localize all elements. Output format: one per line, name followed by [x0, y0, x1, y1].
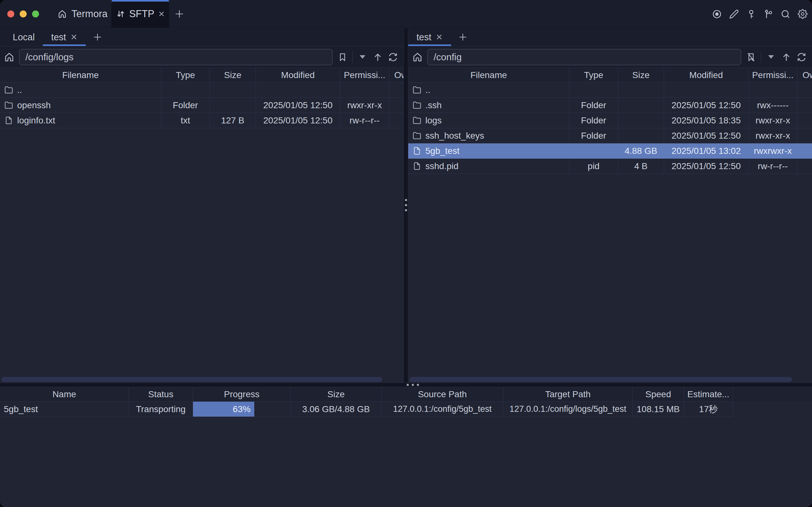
column-header-modified[interactable]: Modified	[256, 68, 340, 82]
right-add-tab-button[interactable]	[451, 28, 475, 46]
right-tab-test-label: test	[417, 32, 431, 43]
transfer-row[interactable]: 5gb_test Transporting 63% 3.06 GB/4.88 G…	[0, 402, 812, 417]
filename-label: ssh_host_keys	[425, 131, 484, 141]
column-header-type[interactable]: Type	[161, 68, 210, 82]
column-header-filename[interactable]: Filename	[0, 68, 161, 82]
pane-splitter[interactable]	[403, 28, 408, 383]
settings-icon[interactable]	[798, 9, 808, 19]
left-toolbar-icons	[337, 51, 400, 63]
folder-icon	[4, 101, 13, 109]
column-header-owner[interactable]: Ow	[389, 68, 403, 82]
parent-directory-icon[interactable]	[781, 52, 792, 62]
transfer-panel-splitter[interactable]	[0, 383, 812, 387]
right-horizontal-scrollbar[interactable]	[410, 377, 792, 382]
column-header-status[interactable]: Status	[129, 387, 193, 402]
left-add-tab-button[interactable]	[86, 28, 109, 46]
column-header-estimate[interactable]: Estimate...	[684, 387, 733, 402]
tab-termora[interactable]: Termora	[57, 8, 108, 20]
table-row[interactable]: .ssh Folder 2025/01/05 12:50 rwx------	[408, 98, 812, 113]
right-tab-close-icon[interactable]: ✕	[436, 33, 443, 42]
tab-sftp-close-icon[interactable]: ✕	[158, 9, 165, 19]
refresh-icon[interactable]	[796, 52, 807, 62]
title-bar: Termora SFTP ✕	[0, 0, 812, 28]
home-directory-icon[interactable]	[4, 52, 15, 62]
tab-sftp[interactable]: SFTP ✕	[111, 0, 169, 28]
search-icon[interactable]	[780, 9, 791, 19]
bookmark-slash-icon[interactable]	[746, 52, 756, 62]
bookmark-dropdown-icon[interactable]	[766, 52, 776, 62]
left-horizontal-scrollbar[interactable]	[1, 377, 382, 382]
transfer-size: 3.06 GB/4.88 GB	[291, 402, 382, 417]
key-icon[interactable]	[746, 9, 756, 19]
column-header-filler	[733, 387, 812, 402]
column-header-size[interactable]: Size	[210, 68, 256, 82]
new-main-tab-button[interactable]	[173, 8, 186, 20]
parent-directory-icon[interactable]	[372, 52, 383, 62]
right-toolbar-icons	[746, 51, 808, 63]
splitter-grip-icon	[405, 199, 407, 211]
filename-label: loginfo.txt	[17, 115, 55, 126]
table-row[interactable]: sshd.pid pid 4 B 2025/01/05 12:50 rw-r--…	[408, 159, 812, 174]
keychain-icon[interactable]	[763, 9, 773, 19]
table-row-selected[interactable]: 5gb_test 4.88 GB 2025/01/05 13:02 rwxrwx…	[408, 144, 812, 159]
edit-icon[interactable]	[729, 9, 739, 19]
transfer-arrows-icon	[116, 9, 125, 19]
column-header-permissions[interactable]: Permissi...	[749, 68, 797, 82]
home-directory-icon[interactable]	[412, 52, 423, 62]
zoom-window-button[interactable]	[32, 10, 39, 17]
bookmark-dropdown-icon[interactable]	[357, 52, 368, 62]
tab-termora-label: Termora	[71, 8, 108, 20]
left-tab-local[interactable]: Local	[4, 28, 43, 46]
column-header-source-path[interactable]: Source Path	[382, 387, 503, 402]
column-header-type[interactable]: Type	[570, 68, 618, 82]
column-header-speed[interactable]: Speed	[633, 387, 684, 402]
app-window: Termora SFTP ✕	[0, 0, 812, 507]
refresh-icon[interactable]	[388, 52, 398, 62]
transfer-estimate: 17秒	[684, 402, 733, 417]
left-path-input[interactable]: /config/logs	[19, 49, 333, 65]
filename-label: sshd.pid	[425, 161, 458, 171]
table-row[interactable]: ssh_host_keys Folder 2025/01/05 12:50 rw…	[408, 128, 812, 144]
transfer-table-empty-area	[0, 417, 812, 507]
table-row[interactable]: ..	[0, 82, 403, 98]
filename-label: logs	[425, 115, 442, 126]
column-header-progress[interactable]: Progress	[193, 387, 291, 402]
home-icon	[57, 9, 67, 19]
left-tab-close-icon[interactable]: ✕	[70, 33, 77, 42]
right-tab-test[interactable]: test ✕	[408, 28, 451, 46]
right-pane-toolbar: /config	[408, 46, 812, 68]
bookmark-icon[interactable]	[337, 52, 348, 62]
table-row[interactable]: loginfo.txt txt 127 B 2025/01/05 12:50 r…	[0, 113, 403, 128]
record-icon[interactable]	[712, 9, 722, 19]
toolbar-separator	[761, 51, 761, 63]
folder-icon	[413, 116, 421, 125]
minimize-window-button[interactable]	[20, 10, 27, 17]
table-row[interactable]: ..	[408, 82, 812, 98]
column-header-permissions[interactable]: Permissi...	[340, 68, 389, 82]
column-header-modified[interactable]: Modified	[664, 68, 749, 82]
folder-icon	[413, 131, 421, 140]
column-header-filename[interactable]: Filename	[408, 68, 570, 82]
left-tab-test[interactable]: test ✕	[43, 28, 86, 46]
right-table-header: Filename Type Size Modified Permissi... …	[408, 68, 812, 82]
column-header-owner[interactable]: Ow	[797, 68, 812, 82]
transfer-row-filler	[733, 402, 812, 417]
left-table-header: Filename Type Size Modified Permissi... …	[0, 68, 403, 82]
filename-label: openssh	[17, 100, 51, 110]
close-window-button[interactable]	[7, 10, 14, 17]
table-row[interactable]: openssh Folder 2025/01/05 12:50 rwxr-xr-…	[0, 98, 403, 113]
filename-label: ..	[17, 85, 22, 95]
column-header-name[interactable]: Name	[0, 387, 129, 402]
right-path-value: /config	[434, 52, 462, 62]
table-row[interactable]: logs Folder 2025/01/05 18:35 rwxr-xr-x	[408, 113, 812, 128]
column-header-size[interactable]: Size	[291, 387, 382, 402]
transfer-progress-bar: 63%	[193, 402, 291, 417]
column-header-size[interactable]: Size	[618, 68, 664, 82]
right-pane: test ✕ /config	[408, 28, 812, 383]
right-path-input[interactable]: /config	[427, 49, 741, 65]
column-header-target-path[interactable]: Target Path	[503, 387, 633, 402]
file-icon	[413, 147, 421, 155]
transfer-status: Transporting	[129, 402, 193, 417]
file-icon	[4, 116, 13, 125]
left-pane-tabbar: Local test ✕	[0, 28, 403, 46]
